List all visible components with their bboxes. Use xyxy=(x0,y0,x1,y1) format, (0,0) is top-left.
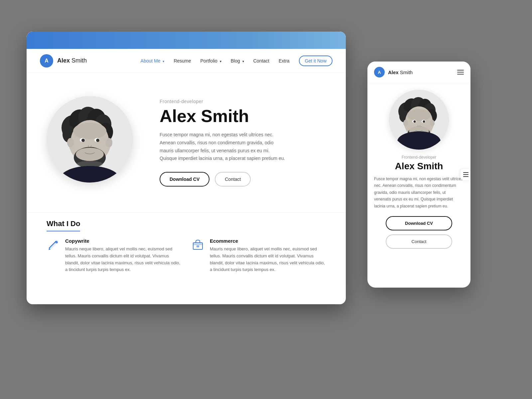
service-copywrite-title: Copywrite xyxy=(65,238,181,244)
nav-link-extra[interactable]: Extra xyxy=(279,58,290,64)
what-i-do-section: What I Do Copywrite Mauris neque libero,… xyxy=(27,212,346,283)
nav-label-contact: Contact xyxy=(253,58,269,64)
service-ecommerce: Ecommerce Mauris neque libero, aliquet v… xyxy=(191,238,326,273)
hamburger-line-1 xyxy=(457,70,464,70)
logo-regular: Smith xyxy=(70,57,87,64)
nav-link-portfolio[interactable]: Portfolio ▾ xyxy=(200,58,221,64)
hero-title: Alex Smith xyxy=(160,107,326,126)
mobile-avatar-svg xyxy=(389,90,449,150)
nav-link-resume[interactable]: Resume xyxy=(174,58,191,64)
mobile-hero-subtitle: Frontend-developer xyxy=(374,155,464,160)
nav-label-extra: Extra xyxy=(279,58,290,64)
logo-bold: Alex xyxy=(57,57,70,64)
nav-arrow-portfolio: ▾ xyxy=(220,60,221,63)
svg-point-51 xyxy=(430,120,435,126)
side-nav-line-3 xyxy=(463,176,468,177)
nav-label-about: About Me xyxy=(141,58,161,64)
hero-content: Frontend-developer Alex Smith Fusce temp… xyxy=(160,99,326,187)
contact-button[interactable]: Contact xyxy=(215,172,251,187)
service-copywrite-content: Copywrite Mauris neque libero, aliquet v… xyxy=(65,238,181,273)
mobile-hero-description: Fusce tempor magna mi, non egestas velit… xyxy=(374,176,464,209)
nav-link-contact[interactable]: Contact xyxy=(253,58,269,64)
mobile-logo-bold: Alex xyxy=(388,69,399,75)
desktop-mockup: A Alex Smith About Me ▾ Resume Portfolio… xyxy=(27,32,346,304)
mobile-avatar xyxy=(389,90,449,150)
hero-description: Fusce tempor magna mi, non egestas velit… xyxy=(160,131,286,163)
side-nav-line-1 xyxy=(463,172,468,173)
nav-links: About Me ▾ Resume Portfolio ▾ Blog ▾ xyxy=(141,58,332,64)
svg-point-27 xyxy=(55,241,58,243)
hamburger-line-3 xyxy=(457,74,464,74)
logo-letter: A xyxy=(45,58,49,64)
mobile-logo-letter: A xyxy=(378,70,381,75)
hamburger-line-2 xyxy=(457,72,464,72)
svg-rect-29 xyxy=(193,243,202,245)
svg-point-22 xyxy=(76,148,104,161)
mobile-download-cv-button[interactable]: Download CV xyxy=(386,216,452,230)
mobile-mockup: A Alex Smith xyxy=(367,62,470,288)
nav-label-resume: Resume xyxy=(174,58,191,64)
hero-avatar xyxy=(47,96,133,183)
nav-arrow-about: ▾ xyxy=(163,60,164,63)
mobile-logo-regular: Smith xyxy=(399,69,413,75)
svg-point-50 xyxy=(403,120,408,126)
mobile-logo-circle: A xyxy=(374,67,385,77)
service-ecommerce-content: Ecommerce Mauris neque libero, aliquet v… xyxy=(210,238,326,273)
nav-link-get-it-now[interactable]: Get it Now xyxy=(299,56,332,66)
mobile-nav: A Alex Smith xyxy=(367,62,470,83)
download-cv-button[interactable]: Download CV xyxy=(160,172,209,187)
svg-point-47 xyxy=(423,120,425,123)
desktop-nav: A Alex Smith About Me ▾ Resume Portfolio… xyxy=(27,49,346,73)
nav-item-get-it-now[interactable]: Get it Now xyxy=(299,58,332,64)
nav-arrow-blog: ▾ xyxy=(242,60,244,63)
mobile-hero-buttons: Download CV Contact xyxy=(374,216,464,249)
svg-point-43 xyxy=(407,109,431,121)
svg-point-46 xyxy=(414,120,416,123)
nav-item-blog[interactable]: Blog ▾ xyxy=(231,58,244,64)
svg-point-16 xyxy=(73,123,106,139)
mobile-hamburger-button[interactable] xyxy=(457,70,464,74)
nav-link-blog[interactable]: Blog ▾ xyxy=(231,58,244,64)
hero-subtitle: Frontend-developer xyxy=(160,99,326,104)
nav-item-about[interactable]: About Me ▾ xyxy=(141,58,165,64)
ecommerce-icon xyxy=(191,238,204,251)
hero-avatar-container xyxy=(47,96,140,189)
mobile-logo-name: Alex Smith xyxy=(388,69,413,75)
svg-point-19 xyxy=(81,139,85,142)
nav-item-extra[interactable]: Extra xyxy=(279,58,290,64)
nav-link-about[interactable]: About Me ▾ xyxy=(141,58,165,64)
mobile-avatar-container xyxy=(374,90,464,150)
service-ecommerce-desc: Mauris neque libero, aliquet vel mollis … xyxy=(210,246,326,273)
nav-label-blog: Blog xyxy=(231,58,240,64)
svg-point-20 xyxy=(96,139,99,142)
nav-item-portfolio[interactable]: Portfolio ▾ xyxy=(200,58,221,64)
what-i-do-title: What I Do xyxy=(47,219,80,231)
hero-buttons: Download CV Contact xyxy=(160,172,326,187)
desktop-hero: Frontend-developer Alex Smith Fusce temp… xyxy=(27,73,346,212)
mobile-hero-title: Alex Smith xyxy=(374,161,464,172)
mobile-content: Frontend-developer Alex Smith Fusce temp… xyxy=(367,83,470,288)
service-copywrite-desc: Mauris neque libero, aliquet vel mollis … xyxy=(65,246,181,273)
copywrite-icon xyxy=(47,238,60,251)
nav-label-get-it-now: Get it Now xyxy=(305,58,327,64)
side-nav-line-2 xyxy=(463,174,468,175)
service-copywrite: Copywrite Mauris neque libero, aliquet v… xyxy=(47,238,181,273)
nav-item-resume[interactable]: Resume xyxy=(174,58,191,64)
mobile-side-nav xyxy=(461,169,470,180)
desktop-logo-circle: A xyxy=(40,54,53,67)
avatar-svg xyxy=(47,96,133,183)
svg-point-24 xyxy=(106,138,112,147)
desktop-logo-name: Alex Smith xyxy=(57,57,87,64)
services-grid: Copywrite Mauris neque libero, aliquet v… xyxy=(47,238,326,273)
svg-point-23 xyxy=(67,138,74,147)
nav-label-portfolio: Portfolio xyxy=(200,58,217,64)
nav-item-contact[interactable]: Contact xyxy=(253,58,269,64)
desktop-top-bar xyxy=(27,32,346,49)
mobile-contact-button[interactable]: Contact xyxy=(386,234,452,249)
service-ecommerce-title: Ecommerce xyxy=(210,238,326,244)
svg-rect-30 xyxy=(197,245,199,247)
